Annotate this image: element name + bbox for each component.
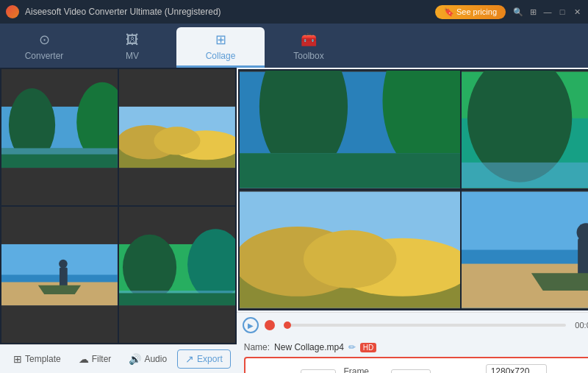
audio-icon: 🔊 [129,353,141,365]
framerate-select[interactable]: 24fps ▼ [391,369,430,373]
right-toolbar: ▶ 00:00:00.00/00:00:05.00 🔊 [237,312,588,338]
see-pricing-button[interactable]: 🔖 See pricing [435,5,506,19]
svg-point-34 [304,230,396,288]
svg-rect-29 [462,163,588,188]
grid-win-btn[interactable]: ⊞ [528,7,538,17]
svg-rect-38 [578,238,588,279]
template-button[interactable]: ⊞ Template [6,350,68,368]
close-btn[interactable]: ✕ [572,7,582,17]
framerate-label: Frame Rate: [343,366,384,373]
export-icon: ↗ [185,353,194,365]
play-button[interactable]: ▶ [243,317,259,333]
svg-point-17 [187,229,235,299]
svg-point-14 [59,260,68,269]
converter-icon: ⊙ [39,32,50,48]
tab-mv[interactable]: 🖼 MV [88,27,176,68]
svg-rect-18 [119,291,235,305]
right-cell-bottom-right [462,191,588,309]
tab-converter[interactable]: ⊙ Converter [0,27,88,68]
export-button[interactable]: ↗ Export [177,349,231,369]
time-display: 00:00:00.00/00:00:05.00 🔊 [575,319,588,331]
right-preview-area [238,69,588,310]
search-win-btn[interactable]: 🔍 [513,7,523,17]
svg-rect-3 [1,148,118,168]
audio-button[interactable]: 🔊 Audio [121,350,174,368]
settings-row-1: Format: MP4 ▼ Frame Rate: 24fps ▼ Resolu… [253,364,588,373]
tab-toolbox[interactable]: 🧰 Toolbox [265,27,353,68]
resolution-select[interactable]: 1280x720 (720p) ▼ [486,364,548,373]
filter-icon: ☁ [79,353,89,365]
svg-point-9 [154,127,200,154]
window-controls: 🔍 ⊞ — □ ✕ [513,7,582,17]
left-panel: ⊞ Template ☁ Filter 🔊 Audio ↗ Export [0,68,237,373]
right-cell-top-left [240,71,460,189]
mv-icon: 🖼 [126,32,139,48]
tab-mv-label: MV [126,51,139,61]
left-preview-area [0,68,237,344]
name-value: New Collage.mp4 [274,342,344,352]
title-bar: Aiseesoft Video Converter Ultimate (Unre… [0,0,588,24]
tab-converter-label: Converter [25,51,64,61]
preview-bl [1,207,118,343]
name-row: Name: New Collage.mp4 ✏ HD [244,342,588,352]
right-cell-bottom-left [240,191,460,309]
filter-button[interactable]: ☁ Filter [71,350,119,368]
settings-section: Name: New Collage.mp4 ✏ HD Format: MP4 ▼… [237,338,588,373]
template-icon: ⊞ [13,353,22,365]
settings-box: Format: MP4 ▼ Frame Rate: 24fps ▼ Resolu… [244,357,588,373]
tab-collage-label: Collage [206,51,236,61]
svg-rect-13 [60,268,68,288]
svg-point-1 [9,88,55,162]
collage-icon: ⊞ [215,32,226,48]
nav-bar: ⊙ Converter 🖼 MV ⊞ Collage 🧰 Toolbox [0,24,588,68]
right-panel: ▶ 00:00:00.00/00:00:05.00 🔊 Name: New Co… [237,68,588,373]
svg-rect-19 [119,293,235,305]
toolbox-icon: 🧰 [301,32,317,48]
right-cell-top-right [462,71,588,189]
format-select[interactable]: MP4 ▼ [301,369,337,373]
app-title: Aiseesoft Video Converter Ultimate (Unre… [25,7,435,17]
left-toolbar: ⊞ Template ☁ Filter 🔊 Audio ↗ Export [0,344,237,373]
svg-point-16 [123,235,176,301]
app-logo [6,5,19,18]
maximize-btn[interactable]: □ [557,7,567,17]
name-label: Name: [244,342,270,352]
svg-rect-24 [240,153,460,188]
preview-tl [1,69,118,205]
preview-tr [119,69,235,205]
record-indicator [265,320,275,330]
progress-bar [284,324,567,327]
preview-br [119,207,235,343]
tab-collage[interactable]: ⊞ Collage [176,27,265,68]
svg-rect-4 [1,148,118,154]
edit-icon[interactable]: ✏ [348,342,356,352]
main-content: ⊞ Template ☁ Filter 🔊 Audio ↗ Export [0,68,588,373]
progress-handle[interactable] [284,322,291,329]
info-badge: HD [360,343,376,352]
tab-toolbox-label: Toolbox [293,51,323,61]
minimize-btn[interactable]: — [542,7,553,17]
